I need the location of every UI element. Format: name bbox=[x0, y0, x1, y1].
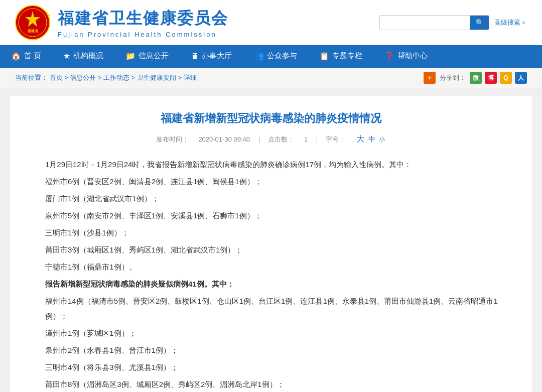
star-icon: ★ bbox=[63, 51, 70, 61]
article-paragraph: 泉州市2例（永春县1例、晋江市1例）； bbox=[45, 343, 512, 358]
article-paragraph: 1月29日12时－1月29日24时，我省报告新增新型冠状病毒感染的肺炎确诊病例1… bbox=[30, 157, 512, 172]
font-size-mid[interactable]: 中 bbox=[368, 135, 375, 143]
article-title: 福建省新增新型冠状病毒感染的肺炎疫情情况 bbox=[30, 111, 512, 126]
logo-text: 福建省卫生健康委员会 Fujian Provincial Health Comm… bbox=[58, 8, 228, 38]
nav-item-about[interactable]: ★ 机构概况 bbox=[52, 45, 114, 67]
nav-label-home: 首 页 bbox=[24, 51, 41, 61]
font-size-controls: 大 中 小 bbox=[355, 136, 386, 143]
share-label: 分享到： bbox=[440, 73, 466, 82]
nav-item-service[interactable]: 🖥 办事大厅 bbox=[180, 45, 243, 67]
font-size-small[interactable]: 小 bbox=[379, 136, 385, 143]
share-plus-icon[interactable]: ＋ bbox=[424, 72, 436, 84]
nav-item-topic[interactable]: 📋 专题专栏 bbox=[308, 45, 373, 67]
article-paragraph: 莆田市8例（湄洲岛区3例、城厢区2例、秀屿区2例、湄洲岛北岸1例）； bbox=[45, 377, 512, 392]
question-icon: ❓ bbox=[384, 51, 394, 61]
article-paragraph: 三明市4例（将乐县3例、尤溪县1例）； bbox=[45, 360, 512, 375]
views-label: 点击数： bbox=[268, 136, 294, 143]
search-button[interactable]: 🔍 bbox=[470, 16, 489, 30]
article-paragraph: 三明市1例（沙县1例）； bbox=[45, 225, 512, 240]
svg-text:福建省: 福建省 bbox=[27, 29, 39, 33]
nav-label-topic: 专题专栏 bbox=[332, 51, 362, 61]
header-top: 福建省 福建省卫生健康委员会 Fujian Provincial Health … bbox=[0, 0, 542, 45]
logo-area: 福建省 福建省卫生健康委员会 Fujian Provincial Health … bbox=[15, 5, 228, 40]
breadcrumb: 当前位置： 首页 > 信息公开 > 工作动态 > 卫生健康要闻 > 详细 bbox=[15, 73, 197, 82]
nav-label-service: 办事大厅 bbox=[202, 51, 232, 61]
publish-date: 2020-01-30 09:40 bbox=[198, 136, 250, 143]
share-icons: 微 博 Q 人 bbox=[470, 72, 527, 84]
breadcrumb-bar: 当前位置： 首页 > 信息公开 > 工作动态 > 卫生健康要闻 > 详细 ＋ 分… bbox=[0, 68, 542, 88]
logo-title-en: Fujian Provincial Health Commission bbox=[58, 31, 228, 38]
share-weibo-icon[interactable]: 博 bbox=[485, 72, 497, 84]
fontsize-label: 字号： bbox=[326, 136, 345, 143]
nav-item-public[interactable]: 👥 公众参与 bbox=[243, 45, 308, 67]
folder-icon: 📁 bbox=[125, 51, 136, 61]
article-paragraph: 福州市14例（福清市5例、晋安区2例、鼓楼区1例、仓山区1例、台江区1例、连江县… bbox=[45, 294, 512, 324]
logo-title-cn: 福建省卫生健康委员会 bbox=[58, 8, 228, 30]
article-paragraph: 厦门市1例（湖北省武汉市1例）； bbox=[45, 191, 512, 206]
article-content: 福建省新增新型冠状病毒感染的肺炎疫情情况 发布时间： 2020-01-30 09… bbox=[10, 96, 532, 392]
header: 福建省 福建省卫生健康委员会 Fujian Provincial Health … bbox=[0, 0, 542, 68]
article-meta: 发布时间： 2020-01-30 09:40 ｜ 点击数： 1 ｜ 字号： 大 … bbox=[30, 134, 512, 145]
article-paragraph: 莆田市3例（城厢区1例、秀屿区1例、湖北省武汉市1例）； bbox=[45, 242, 512, 257]
clipboard-icon: 📋 bbox=[319, 51, 329, 61]
share-area: ＋ 分享到： 微 博 Q 人 bbox=[424, 72, 527, 84]
nav-label-about: 机构概况 bbox=[73, 51, 103, 61]
article-paragraph: 宁德市1例（福鼎市1例）。 bbox=[45, 259, 512, 275]
font-size-large[interactable]: 大 bbox=[356, 135, 364, 143]
nav-label-public: 公众参与 bbox=[267, 51, 297, 61]
header-search-area: 🔍 高级搜索＞ bbox=[379, 15, 527, 30]
advanced-search-link[interactable]: 高级搜索＞ bbox=[494, 18, 527, 27]
search-input[interactable] bbox=[380, 16, 470, 30]
nav-label-help: 帮助中心 bbox=[397, 51, 428, 61]
share-qzone-icon[interactable]: Q bbox=[500, 72, 512, 84]
share-weixin-icon[interactable]: 微 bbox=[470, 72, 482, 84]
breadcrumb-text-label: 当前位置： bbox=[15, 74, 48, 81]
article-paragraph: 报告新增新型冠状病毒感染的肺炎疑似病例41例。其中： bbox=[30, 277, 512, 292]
people-icon: 👥 bbox=[254, 51, 264, 61]
views-count: 1 bbox=[304, 136, 308, 143]
article-paragraph: 漳州市1例（芗城区1例）； bbox=[45, 326, 512, 341]
nav-item-home[interactable]: 🏠 首 页 bbox=[0, 45, 52, 67]
share-renren-icon[interactable]: 人 bbox=[515, 72, 527, 84]
monitor-icon: 🖥 bbox=[191, 52, 199, 61]
article-paragraph: 泉州市5例（南安市2例、丰泽区1例、安溪县1例、石狮市1例）； bbox=[45, 208, 512, 223]
publish-label: 发布时间： bbox=[156, 136, 189, 143]
main-nav: 🏠 首 页 ★ 机构概况 📁 信息公开 🖥 办事大厅 👥 公众参与 📋 专题专栏… bbox=[0, 45, 542, 67]
nav-item-info[interactable]: 📁 信息公开 bbox=[114, 45, 180, 67]
article-body: 1月29日12时－1月29日24时，我省报告新增新型冠状病毒感染的肺炎确诊病例1… bbox=[30, 157, 512, 392]
nav-label-info: 信息公开 bbox=[139, 51, 169, 61]
nav-item-help[interactable]: ❓ 帮助中心 bbox=[373, 45, 439, 67]
home-icon: 🏠 bbox=[11, 51, 21, 61]
article-paragraph: 福州市6例（晋安区2例、闽清县2例、连江县1例、闽侯县1例）； bbox=[45, 174, 512, 189]
search-box[interactable]: 🔍 bbox=[379, 15, 489, 30]
breadcrumb-path: 首页 > 信息公开 > 工作动态 > 卫生健康要闻 > 详细 bbox=[50, 74, 197, 81]
logo-emblem: 福建省 bbox=[15, 5, 50, 40]
